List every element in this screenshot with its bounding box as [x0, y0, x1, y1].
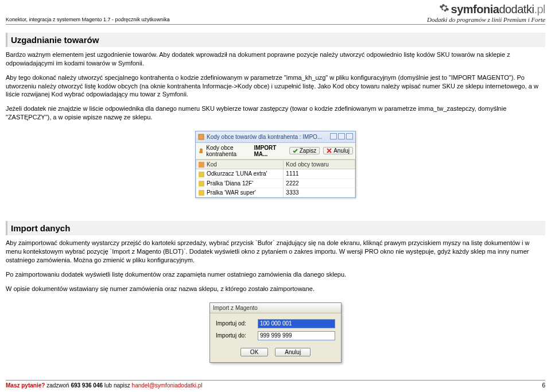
svg-rect-2: [199, 151, 203, 153]
footer-prefix: Masz pytanie?: [6, 382, 45, 389]
minimize-icon[interactable]: [330, 133, 337, 139]
close-icon[interactable]: [346, 133, 353, 139]
section-title-uzgadnianie: Uzgadnianie towarów: [6, 33, 545, 47]
paragraph: W opisie dokumentów wstawiany się numer …: [6, 285, 545, 293]
dialog-toolbar: Kody obce kontrahenta IMPORT MA... Zapis…: [196, 143, 355, 160]
gear-icon: [439, 3, 449, 16]
col-kod: Kod: [207, 161, 217, 168]
dialog-titlebar: Import z Magento: [210, 303, 341, 313]
save-label: Zapisz: [300, 148, 316, 154]
toolbar-label: Kody obce kontrahenta: [206, 145, 250, 157]
table-row[interactable]: Odkurzacz 'LUNA extra'1111: [196, 169, 355, 178]
cancel-button[interactable]: Anuluj: [275, 348, 311, 356]
cell-kod: Odkurzacz 'LUNA extra': [207, 170, 267, 177]
brand-part3: .pl: [534, 3, 545, 15]
svg-rect-3: [199, 162, 204, 168]
toolbar-value: IMPORT MA...: [254, 145, 282, 157]
label-import-to: Importuj do:: [216, 332, 254, 339]
page-header: Konektor, integracja z systemem Magento …: [6, 3, 545, 25]
figure-kody-obce: Kody obce towarów dla kontrahenta : IMPO…: [6, 131, 545, 198]
paragraph: Jeżeli dodatek nie znajdzie w liście odp…: [6, 104, 545, 122]
row-import-to: Importuj do:: [216, 331, 335, 340]
input-import-to[interactable]: [258, 331, 335, 340]
item-icon: [199, 172, 204, 177]
doc-breadcrumb: Konektor, integracja z systemem Magento …: [6, 17, 170, 23]
x-icon: [327, 148, 332, 153]
svg-rect-6: [199, 190, 204, 196]
cell-obcy: 1111: [284, 169, 355, 178]
svg-point-1: [200, 149, 203, 152]
dialog-import: Import z Magento Importuj od: Importuj d…: [209, 302, 342, 363]
page-footer: Masz pytanie? zadzwoń 693 936 046 lub na…: [6, 380, 545, 389]
svg-rect-5: [199, 181, 204, 187]
svg-rect-0: [199, 134, 204, 139]
cell-kod: Pralka 'WAR super': [207, 189, 256, 196]
cell-kod: Pralka 'Diana 12F': [207, 180, 253, 187]
item-icon: [199, 190, 204, 196]
section-title-import: Import danych: [6, 221, 545, 235]
cell-obcy: 2222: [284, 178, 355, 188]
table-row[interactable]: Pralka 'WAR super'3333: [196, 188, 355, 197]
save-button[interactable]: Zapisz: [289, 147, 320, 154]
cancel-label: Anuluj: [333, 148, 350, 154]
dialog-kody-obce: Kody obce towarów dla kontrahenta : IMPO…: [195, 131, 356, 198]
item-icon: [199, 181, 204, 187]
label-import-from: Importuj od:: [216, 320, 254, 327]
table-row[interactable]: Pralka 'Diana 12F'2222: [196, 178, 355, 188]
footer-phone: 693 936 046: [71, 382, 103, 389]
check-icon: [293, 148, 298, 153]
paragraph: Aby tego dokonać należy utworzyć specjal…: [6, 73, 545, 99]
maximize-icon[interactable]: [338, 133, 345, 139]
col-kodobcy: Kod obcy towaru: [284, 160, 355, 169]
footer-mid2: lub napisz: [103, 382, 132, 389]
figure-import-dialog: Import z Magento Importuj od: Importuj d…: [6, 302, 545, 363]
brand-block: symfoniadodatki.pl Dodatki do programów …: [427, 3, 545, 23]
paragraph: Bardzo ważnym elementem jest uzgodnienie…: [6, 51, 545, 68]
footer-mid: zadzwoń: [45, 382, 71, 389]
kody-obce-table: Kod Kod obcy towaru Odkurzacz 'LUNA extr…: [196, 160, 355, 197]
window-controls[interactable]: [329, 133, 353, 141]
page-number: 6: [542, 382, 545, 389]
row-import-from: Importuj od:: [216, 319, 335, 328]
window-icon: [198, 134, 204, 140]
svg-rect-4: [199, 172, 204, 177]
brand-title: symfoniadodatki.pl: [427, 3, 545, 16]
brand-part1: symfonia: [451, 3, 499, 15]
person-icon: [198, 148, 203, 154]
paragraph: Po zaimportowaniu dodatek wyświetli list…: [6, 270, 545, 279]
dialog-titlebar: Kody obce towarów dla kontrahenta : IMPO…: [196, 131, 355, 143]
ok-button[interactable]: OK: [240, 348, 268, 356]
brand-subtitle: Dodatki do programów z linii Premium i F…: [427, 16, 545, 23]
footer-contact: Masz pytanie? zadzwoń 693 936 046 lub na…: [6, 382, 203, 389]
input-import-from[interactable]: [258, 319, 335, 328]
cancel-button[interactable]: Anuluj: [323, 147, 353, 154]
footer-email-link[interactable]: handel@symfoniadodatki.pl: [132, 382, 203, 389]
paragraph: Aby zaimportować dokumenty wystarczy prz…: [6, 239, 545, 265]
cell-obcy: 3333: [284, 188, 355, 197]
brand-part2: dodatki: [499, 3, 534, 15]
column-icon: [199, 162, 204, 168]
dialog-title-text: Kody obce towarów dla kontrahenta : IMPO…: [207, 134, 322, 140]
